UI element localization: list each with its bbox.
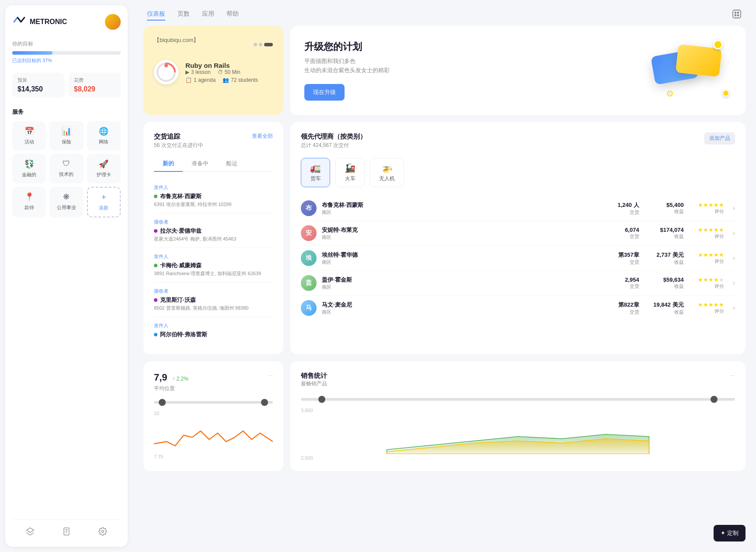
sales-slider[interactable] (301, 398, 735, 401)
nav-apps[interactable]: 应用 (202, 10, 214, 21)
category-tabs: 🚛 货车 🚂 火车 🚁 无人机 (301, 158, 735, 187)
care-icon: 🚀 (99, 159, 108, 169)
agent-arrow-4[interactable]: › (733, 304, 735, 312)
agent-info-0: 布鲁克林·西蒙斯 南区 (322, 201, 599, 216)
notification-icon[interactable] (732, 9, 742, 21)
coin-1 (713, 40, 723, 49)
layers-icon[interactable] (26, 527, 35, 538)
finance-icon: 💱 (24, 159, 34, 169)
course-card: 【biqubiqu.com】 (143, 26, 283, 115)
sidebar-item-utility[interactable]: ❋ 公用事业 (49, 187, 83, 217)
sidebar-item-care[interactable]: 🚀 护理卡 (87, 154, 121, 183)
drone-icon: 🚁 (382, 163, 393, 173)
bottom-row: 7,9 ↑ 2.2% 平均位置 ··· 10 (143, 361, 746, 471)
svg-point-9 (735, 15, 736, 16)
agent-arrow-3[interactable]: › (733, 279, 735, 287)
sidebar-item-finance[interactable]: 💱 金融的 (12, 154, 46, 183)
sidebar-item-activity[interactable]: 📅 活动 (12, 121, 46, 150)
tab-new[interactable]: 新的 (154, 156, 183, 172)
sales-card: 销售统计 最畅销产品 ··· 3,000 (290, 361, 746, 471)
agent-rating-label-4: 评分 (689, 308, 724, 314)
role-3: 接收者 (154, 288, 273, 294)
sidebar-item-tech[interactable]: 🛡 技术的 (49, 154, 83, 183)
slider-thumb-right[interactable] (261, 399, 268, 406)
svg-point-5 (101, 531, 104, 533)
settings-icon[interactable] (98, 527, 107, 538)
sidebar-item-network[interactable]: 🌐 网络 (87, 121, 121, 150)
customize-button[interactable]: ✦ 定制 (714, 525, 746, 542)
sidebar: METRONIC 你的目标 已达到目标的 37% 预算 $14,350 花费 $… (5, 5, 128, 547)
dot-4 (154, 333, 157, 336)
agent-money-3: $59,634 收益 (645, 276, 684, 290)
agent-arrow-0[interactable]: › (733, 204, 735, 212)
sales-slider-thumb-left[interactable] (318, 396, 325, 403)
delivery-item-1: 接收者 拉尔夫·爱德华兹 星家大道2464号 梅萨, 新泽西州 45463 (154, 213, 273, 248)
tab-preparing[interactable]: 准备中 (183, 156, 217, 172)
cat-tab-train[interactable]: 🚂 火车 (335, 158, 365, 187)
agents-card: 领先代理商（按类别） 总计 424,567 次交付 添加产品 🚛 货车 🚂 火车 (290, 122, 746, 354)
agent-region-1: 南区 (322, 234, 599, 241)
carousel-dot-1 (254, 43, 257, 46)
delivery-list: 发件人 布鲁克林·西蒙斯 6391 埃尔全塞莱斯, 特拉华州 10299 接收者… (154, 179, 273, 344)
agent-rating-label-0: 评分 (689, 208, 724, 215)
nav-dashboard[interactable]: 仪表板 (147, 10, 165, 21)
agent-rating-label-3: 评分 (689, 283, 724, 290)
sales-more-icon[interactable]: ··· (730, 372, 735, 395)
carousel-dot-2 (259, 43, 262, 46)
upgrade-button[interactable]: 现在升级 (304, 84, 345, 101)
nav-pages[interactable]: 页数 (178, 10, 190, 21)
sales-slider-thumb-right[interactable] (711, 396, 718, 403)
agent-rating-label-1: 评分 (689, 233, 724, 240)
agent-avatar-1: 安 (301, 225, 317, 241)
stats-value: 7,9 (154, 372, 167, 383)
sales-subtitle: 最畅销产品 (301, 380, 327, 388)
sidebar-item-insurance[interactable]: 📊 保险 (49, 121, 83, 150)
cat-tab-truck[interactable]: 🚛 货车 (301, 158, 330, 187)
cat-tab-drone[interactable]: 🚁 无人机 (370, 158, 404, 187)
addr-3: 8502 普雷斯顿路, 英格尔伍德, 缅因州 98380 (154, 305, 273, 311)
services-label: 服务 (12, 108, 121, 116)
content-area: 【biqubiqu.com】 (133, 26, 756, 552)
train-label: 火车 (345, 175, 355, 182)
agent-arrow-2[interactable]: › (733, 254, 735, 262)
agent-info-2: 埃丝特·霍华德 南区 (322, 251, 599, 266)
add-product-button[interactable]: 添加产品 (704, 133, 735, 144)
agents-header: 领先代理商（按类别） 总计 424,567 次交付 添加产品 (301, 133, 735, 156)
sales-header: 销售统计 最畅销产品 ··· (301, 372, 735, 395)
nav-links: 仪表板 页数 应用 帮助 (147, 10, 239, 21)
agent-stat-0: 1,240 人 交货 (604, 201, 639, 216)
stats-card: 7,9 ↑ 2.2% 平均位置 ··· 10 (143, 361, 283, 471)
budget-title: 预算 (17, 77, 59, 84)
file-icon[interactable] (62, 527, 71, 538)
agents-table: 布 布鲁克林·西蒙斯 南区 1,240 人 交货 $5,400 收益 (301, 196, 735, 320)
delivery-card: 交货追踪 56 次交付正在进行中 查看全部 新的 准备中 船运 发件人 布鲁克林… (143, 122, 283, 354)
add-service-button[interactable]: + 添新 (87, 187, 121, 217)
finance-label: 金融的 (22, 171, 36, 178)
upgrade-card: 升级您的计划 平面描图和我们多色 生动的未混合紫色头发女士的精彩 现在升级 ⚙ (290, 26, 746, 115)
nav-help[interactable]: 帮助 (226, 10, 239, 21)
network-icon: 🌐 (99, 126, 108, 136)
tab-shipped[interactable]: 船运 (217, 156, 246, 172)
agent-region-4: 南区 (322, 309, 599, 315)
role-1: 接收者 (154, 219, 273, 225)
progress-bar (12, 51, 121, 55)
agent-stars-0: ★★★★★ (689, 202, 724, 208)
view-all-link[interactable]: 查看全部 (252, 133, 273, 140)
drone-label: 无人机 (379, 175, 395, 182)
svg-point-10 (738, 15, 739, 16)
carousel-dot-active (264, 43, 273, 46)
stats-slider[interactable] (154, 401, 273, 404)
sidebar-item-hospitality[interactable]: 📍 款待 (12, 187, 46, 217)
stats-more-icon[interactable]: ··· (268, 372, 273, 378)
sales-y-label-3000: 3,000 (301, 408, 735, 413)
agent-arrow-1[interactable]: › (733, 229, 735, 237)
progress-fill (12, 51, 52, 55)
svg-rect-1 (64, 528, 69, 535)
agent-stat-2: 第357章 交货 (604, 251, 639, 266)
expense-card: 花费 $8,029 (69, 73, 121, 98)
dot-1 (154, 229, 157, 233)
agent-avatar-3: 盖 (301, 275, 317, 291)
role-0: 发件人 (154, 184, 273, 191)
avatar[interactable] (105, 14, 121, 30)
slider-thumb-left[interactable] (159, 399, 166, 406)
